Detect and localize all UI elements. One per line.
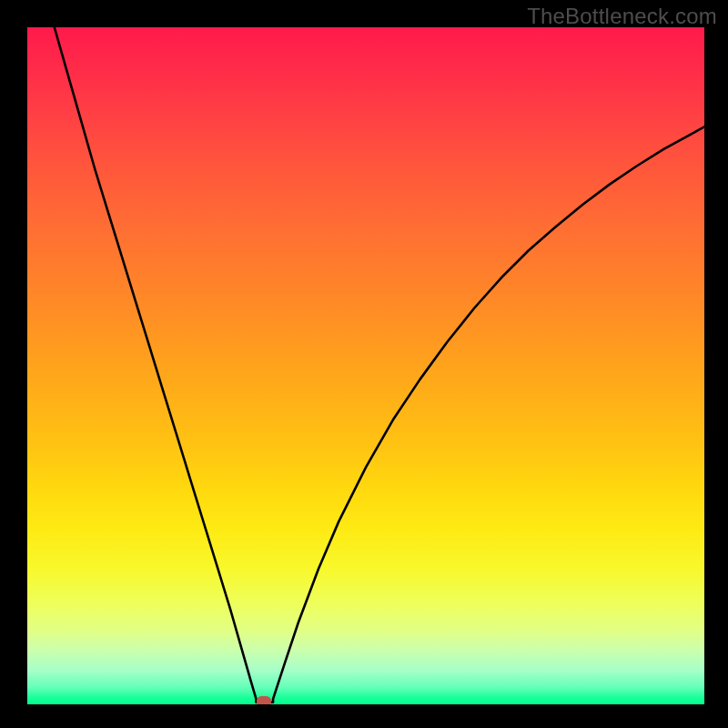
bottleneck-curve (27, 27, 704, 704)
plot-area (27, 27, 704, 704)
curve-line (55, 27, 704, 703)
watermark-text: TheBottleneck.com (527, 4, 717, 29)
chart-container: TheBottleneck.com (0, 0, 728, 728)
minimum-marker (257, 696, 271, 704)
